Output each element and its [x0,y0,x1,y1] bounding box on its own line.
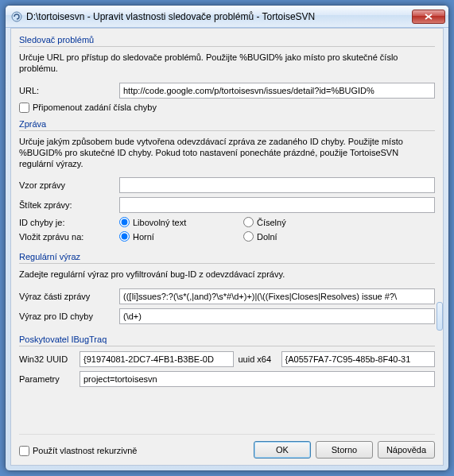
app-icon [10,10,23,23]
message-title: Zpráva [19,119,435,131]
regex-title: Regulární výraz [19,252,435,264]
message-desc: Určuje jakým způsobem bude vytvořena ode… [19,136,435,170]
pattern-label: Vzor zprávy [19,180,114,190]
x64-uuid-input[interactable] [281,351,436,367]
scrollbar-thumb[interactable] [437,302,443,331]
dialog-window: D:\tortoisesvn - Upravit vlastnosti sled… [5,5,449,471]
remind-label: Připomenout zadání čísla chyby [33,103,157,112]
close-button[interactable] [412,10,445,24]
insert-bottom-radio[interactable] [243,231,254,242]
titlebar: D:\tortoisesvn - Upravit vlastnosti sled… [6,6,448,28]
url-input[interactable] [119,83,435,99]
svg-point-0 [12,12,21,21]
insert-bottom-label: Dolní [257,232,277,242]
pattern-input[interactable] [119,177,435,193]
bugid-anytext-radio[interactable] [119,217,130,227]
issue-tracker-desc: Určuje URL pro přístup do sledovače prob… [19,52,435,75]
recursive-label: Použít vlastnost rekurzivně [33,446,137,455]
window-title: D:\tortoisesvn - Upravit vlastnosti sled… [26,11,412,22]
regex-id-input[interactable] [119,308,435,324]
ok-button[interactable]: OK [254,441,311,459]
cancel-button[interactable]: Storno [316,441,373,459]
tag-label: Štítek zprávy: [19,200,114,210]
insert-top-radio[interactable] [119,231,130,242]
insert-top-label: Horní [133,232,154,242]
button-bar: Použít vlastnost rekurzivně OK Storno Ná… [19,434,435,459]
x64-label: uuid x64 [239,354,277,364]
url-label: URL: [19,86,114,95]
bugid-numeric-radio[interactable] [243,217,254,227]
help-button[interactable]: Nápověda [378,441,435,459]
params-label: Parametry [19,374,75,384]
win32-label: Win32 UUID [19,354,75,364]
issue-tracker-title: Sledovač problémů [19,35,435,47]
regex-part-input[interactable] [119,288,435,304]
bugid-is-label: ID chyby je: [19,218,114,227]
tag-input[interactable] [119,197,435,213]
bugid-anytext-label: Libovolný text [133,218,186,227]
remind-checkbox[interactable] [19,103,29,113]
win32-uuid-input[interactable] [80,351,234,367]
regex-desc: Zadejte regulární výraz pro vyfiltrování… [19,269,435,280]
recursive-checkbox[interactable] [19,446,29,456]
regex-part-label: Výraz části zprávy [19,292,114,301]
regex-group: Regulární výraz Zadejte regulární výraz … [19,252,435,327]
regex-id-label: Výraz pro ID chyby [19,312,114,321]
params-input[interactable] [80,371,435,387]
bugid-numeric-label: Číselný [257,218,286,227]
insert-label: Vložit zprávu na: [19,232,114,242]
issue-tracker-group: Sledovač problémů Určuje URL pro přístup… [19,35,435,113]
provider-group: Poskytovatel IBugTraq Win32 UUID uuid x6… [19,335,435,391]
provider-title: Poskytovatel IBugTraq [19,335,435,346]
client-area: Sledovač problémů Určuje URL pro přístup… [10,28,444,466]
message-group: Zpráva Určuje jakým způsobem bude vytvoř… [19,119,435,246]
